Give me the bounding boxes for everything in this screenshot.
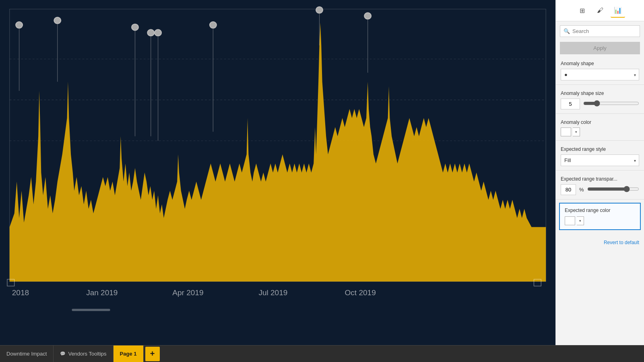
- tab-vendors-tooltips[interactable]: 💬 Vendors Tooltips: [54, 346, 113, 362]
- svg-text:Apr 2019: Apr 2019: [172, 288, 203, 296]
- svg-point-13: [155, 29, 161, 36]
- expected-range-style-dropdown-wrapper: Fill Line Dashed ▾: [561, 154, 639, 166]
- expected-range-color-row: ▾: [565, 216, 635, 225]
- anomaly-shape-select[interactable]: ● ■ ▲ ✦: [561, 69, 639, 80]
- svg-text:2018: 2018: [12, 288, 29, 296]
- anomaly-size-slider-wrapper: [583, 100, 639, 108]
- analytics-icon-btn[interactable]: 📊: [611, 3, 625, 18]
- svg-point-15: [210, 22, 217, 28]
- svg-point-11: [147, 29, 154, 36]
- divider-5: [556, 199, 644, 200]
- anomaly-shape-dropdown-wrapper: ● ■ ▲ ✦ ▾: [561, 69, 639, 80]
- expected-range-style-section: Expected range style Fill Line Dashed ▾: [556, 142, 644, 169]
- search-bar: 🔍: [560, 25, 640, 37]
- search-input[interactable]: [572, 28, 640, 34]
- tab-add-button[interactable]: +: [145, 347, 160, 361]
- anomaly-color-label: Anomaly color: [561, 119, 639, 125]
- anomaly-color-section: Anomaly color ▾: [556, 115, 644, 139]
- format-icon: 🖌: [597, 7, 603, 14]
- anomaly-size-section: Anomaly shape size: [556, 86, 644, 112]
- bottom-tab-bar: Downtime Impact 💬 Vendors Tooltips Page …: [0, 345, 644, 362]
- cursor-area: [556, 232, 644, 237]
- anomaly-color-chevron: ▾: [575, 130, 577, 134]
- tab-vendors-tooltips-label: Vendors Tooltips: [68, 351, 106, 357]
- svg-point-19: [364, 13, 371, 19]
- expected-range-transparency-slider-wrapper: [587, 186, 639, 194]
- svg-text:Oct 2019: Oct 2019: [345, 288, 376, 296]
- revert-default-link[interactable]: Revert to default: [556, 237, 644, 249]
- right-panel: ⊞ 🖌 📊 🔍 Apply Anomaly shape ● ■ ▲: [555, 0, 644, 345]
- svg-point-17: [316, 7, 323, 13]
- chart-container: 2018 Jan 2019 Apr 2019 Jul 2019 Oct 2019: [0, 0, 555, 345]
- apply-button: Apply: [560, 42, 640, 54]
- divider-2: [556, 113, 644, 114]
- svg-point-9: [132, 24, 138, 31]
- anomaly-shape-label: Anomaly shape: [561, 61, 639, 66]
- expected-range-color-box[interactable]: [565, 216, 575, 225]
- svg-point-5: [16, 22, 23, 28]
- expected-range-color-chevron: ▾: [579, 219, 581, 223]
- format-icon-btn[interactable]: 🖌: [593, 3, 607, 18]
- anomaly-size-label: Anomaly shape size: [561, 90, 639, 96]
- expected-range-color-dropdown-btn[interactable]: ▾: [577, 216, 584, 225]
- expected-range-transparency-section: Expected range transpar... %: [556, 172, 644, 197]
- expected-range-style-select[interactable]: Fill Line Dashed: [561, 154, 639, 166]
- tab-page1-label: Page 1: [120, 351, 137, 357]
- svg-point-7: [54, 17, 61, 24]
- anomaly-color-dropdown-btn[interactable]: ▾: [573, 128, 580, 136]
- svg-rect-26: [72, 309, 110, 311]
- anomaly-color-row: ▾: [561, 128, 639, 136]
- divider-4: [556, 170, 644, 171]
- expected-range-color-section: Expected range color ▾: [559, 203, 641, 230]
- tooltip-icon: 💬: [60, 351, 66, 356]
- anomaly-shape-section: Anomaly shape ● ■ ▲ ✦ ▾: [556, 57, 644, 83]
- divider-3: [556, 140, 644, 141]
- anomaly-size-input[interactable]: [561, 99, 580, 109]
- analytics-icon: 📊: [614, 6, 622, 14]
- panel-icon-bar: ⊞ 🖌 📊: [556, 0, 644, 21]
- tab-downtime-impact-label: Downtime Impact: [6, 351, 47, 357]
- expected-range-transparency-slider[interactable]: [587, 186, 639, 192]
- add-icon: +: [150, 349, 155, 358]
- search-icon: 🔍: [564, 28, 570, 34]
- tab-page1[interactable]: Page 1: [114, 346, 144, 362]
- table-icon: ⊞: [580, 7, 585, 14]
- svg-text:Jan 2019: Jan 2019: [86, 288, 118, 296]
- divider-1: [556, 84, 644, 85]
- expected-range-transparency-row: %: [561, 184, 639, 195]
- anomaly-color-box[interactable]: [561, 128, 571, 136]
- anomaly-size-slider[interactable]: [583, 100, 639, 107]
- anomaly-size-row: [561, 99, 639, 109]
- expected-range-transparency-input[interactable]: [561, 184, 576, 195]
- table-icon-btn[interactable]: ⊞: [575, 3, 590, 18]
- chart-area: 2018 Jan 2019 Apr 2019 Jul 2019 Oct 2019: [0, 0, 555, 345]
- expected-range-transparency-label: Expected range transpar...: [561, 176, 639, 182]
- percent-label: %: [579, 187, 584, 193]
- expected-range-style-label: Expected range style: [561, 146, 639, 152]
- svg-text:Jul 2019: Jul 2019: [258, 288, 287, 296]
- expected-range-color-label: Expected range color: [565, 208, 635, 213]
- tab-downtime-impact[interactable]: Downtime Impact: [0, 346, 54, 362]
